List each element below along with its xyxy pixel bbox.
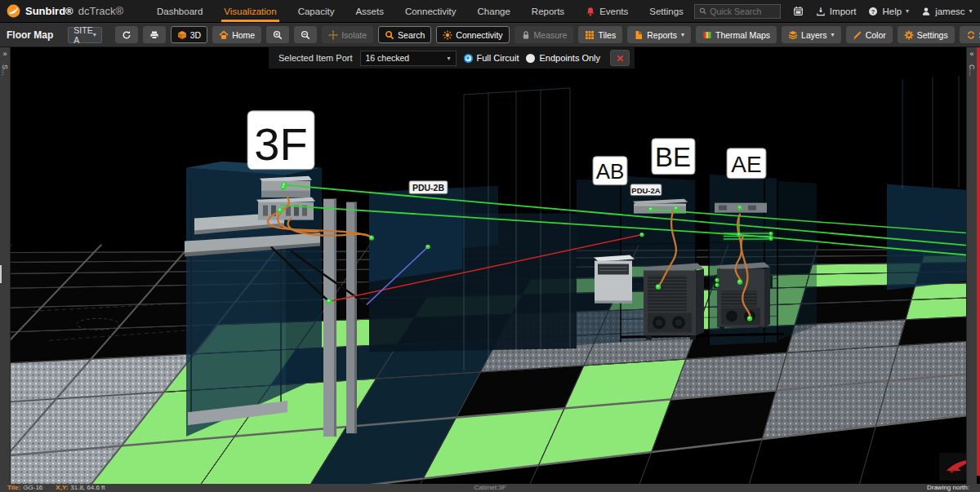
nav-item-capacity[interactable]: Capacity xyxy=(287,0,345,22)
nav-item-label: Dashboard xyxy=(157,7,203,16)
tiles-button[interactable]: Tiles xyxy=(578,26,622,43)
pdu-label-2b[interactable]: PDU-2B xyxy=(409,181,448,194)
tile-value: GG-16 xyxy=(23,484,42,492)
isolate-label: Isolate xyxy=(341,30,367,40)
search-button[interactable]: Search xyxy=(378,26,431,43)
import-label: Import xyxy=(830,7,857,16)
connectivity-button[interactable]: Connectivity xyxy=(436,26,509,43)
brush-icon xyxy=(853,30,862,40)
sunbird-logo-icon xyxy=(7,4,20,18)
radio-unselected-icon[interactable] xyxy=(526,54,535,63)
thermal-maps-button[interactable]: Thermal Maps xyxy=(696,26,777,43)
calendar-button[interactable] xyxy=(793,6,804,16)
radio-selected-icon[interactable] xyxy=(464,54,473,63)
port-checked-select[interactable]: 16 checked ▾ xyxy=(360,51,457,66)
xy-value: 31.8, 64.6 ft xyxy=(70,484,105,492)
rack-be[interactable] xyxy=(642,264,704,340)
tiles-label: Tiles xyxy=(598,30,616,40)
refresh-button[interactable] xyxy=(115,26,138,43)
view-3d-button[interactable]: 3D xyxy=(171,26,207,43)
settings-label: Settings xyxy=(917,30,948,40)
sync-button[interactable]: Sync xyxy=(960,26,980,43)
chevron-down-icon: ▾ xyxy=(447,55,450,62)
nav-item-events[interactable]: Events xyxy=(575,0,639,22)
dctrack-app: Sunbird® dcTrack® DashboardVisualization… xyxy=(0,0,980,492)
sun-icon xyxy=(443,30,452,40)
close-icon xyxy=(616,54,625,63)
right-panel-label: C... xyxy=(968,64,976,76)
isolate-button[interactable]: Isolate xyxy=(322,26,373,43)
quick-search[interactable] xyxy=(694,4,781,19)
cabinet-label-3f[interactable]: 3F xyxy=(247,111,314,170)
quick-search-input[interactable] xyxy=(710,7,776,16)
nav-item-label: Assets xyxy=(355,7,384,16)
port-checked-value: 16 checked xyxy=(366,53,410,63)
nav-item-reports[interactable]: Reports xyxy=(521,0,575,22)
tile-label: Tile: xyxy=(7,484,20,492)
reports-button[interactable]: Reports▾ xyxy=(627,26,691,43)
cabinet-label-ab[interactable]: AB xyxy=(593,157,627,185)
close-panel-button[interactable] xyxy=(610,50,630,66)
home-button[interactable]: Home xyxy=(212,26,261,43)
home-icon xyxy=(219,30,229,40)
top-right-area: Import ? Help ▾ jamesc ▾ xyxy=(694,2,980,21)
zoom-in-button[interactable] xyxy=(266,26,289,43)
scrollbar-thumb[interactable] xyxy=(0,265,2,283)
help-menu[interactable]: ? Help ▾ xyxy=(868,7,909,16)
zoom-in-icon xyxy=(273,30,283,40)
measure-button[interactable]: Measure xyxy=(514,26,574,43)
chevron-down-icon: ▾ xyxy=(93,31,96,38)
crac-unit[interactable] xyxy=(594,255,635,304)
endpoints-only-label: Endpoints Only xyxy=(539,53,600,63)
site-select[interactable]: SITE A ▾ xyxy=(68,27,101,43)
expand-right-icon[interactable]: » xyxy=(2,51,7,58)
chevron-down-icon: ▾ xyxy=(681,31,684,38)
full-circuit-label: Full Circuit xyxy=(477,53,519,63)
cube-icon xyxy=(177,30,187,40)
zoom-out-button[interactable] xyxy=(294,26,317,43)
layers-button[interactable]: Layers▾ xyxy=(782,26,841,43)
status-left: Tile: GG-16 X,Y: 31.8, 64.6 ft xyxy=(7,484,105,492)
user-menu[interactable]: jamesc ▾ xyxy=(921,7,972,16)
nav-item-dashboard[interactable]: Dashboard xyxy=(146,0,213,22)
import-icon xyxy=(816,7,826,16)
sync-icon xyxy=(966,30,976,40)
status-bar: Cabinet:3F Tile: GG-16 X,Y: 31.8, 64.6 f… xyxy=(0,484,980,492)
expand-left-icon[interactable]: « xyxy=(969,51,973,58)
thermal-maps-label: Thermal Maps xyxy=(715,30,770,40)
right-collapsed-panel[interactable]: « C... xyxy=(966,47,977,484)
alert-edge-strip xyxy=(977,47,980,476)
nav-item-assets[interactable]: Assets xyxy=(345,0,394,22)
color-button[interactable]: Color xyxy=(846,26,893,43)
full-circuit-radio[interactable]: Full Circuit xyxy=(464,53,519,63)
help-label: Help xyxy=(882,7,902,16)
nav-item-label: Capacity xyxy=(298,7,335,16)
svg-text:PDU-2B: PDU-2B xyxy=(412,184,444,193)
cabinet-label-be[interactable]: BE xyxy=(652,139,695,175)
page-title: Floor Map xyxy=(7,29,53,41)
grid-icon xyxy=(585,30,595,40)
top-nav-bar: Sunbird® dcTrack® DashboardVisualization… xyxy=(0,0,980,23)
nav-item-change[interactable]: Change xyxy=(467,0,521,22)
layers-label: Layers xyxy=(801,30,827,40)
connectivity-label: Connectivity xyxy=(456,30,502,40)
xy-label: X,Y: xyxy=(56,484,68,492)
search-icon xyxy=(699,7,706,16)
color-label: Color xyxy=(866,30,886,40)
floor-map-3d-scene[interactable]: 3F AB BE AE PDU-2B xyxy=(11,47,966,484)
nav-item-visualization[interactable]: Visualization xyxy=(213,0,287,22)
pdu-label-2a[interactable]: PDU-2A xyxy=(630,184,662,196)
cabinet-label-ae[interactable]: AE xyxy=(727,148,766,179)
import-button[interactable]: Import xyxy=(816,7,857,16)
nav-item-settings[interactable]: Settings xyxy=(639,0,694,22)
nav-item-connectivity[interactable]: Connectivity xyxy=(394,0,467,22)
status-cabinet: Cabinet:3F xyxy=(0,484,980,492)
print-button[interactable] xyxy=(143,26,166,43)
endpoints-only-radio[interactable]: Endpoints Only xyxy=(526,53,600,63)
brand-company: Sunbird® xyxy=(25,5,74,17)
layers-icon xyxy=(788,30,798,40)
settings-button[interactable]: Settings xyxy=(898,26,955,43)
file-icon xyxy=(634,30,644,40)
svg-text:?: ? xyxy=(871,7,875,15)
measure-label: Measure xyxy=(534,30,568,40)
